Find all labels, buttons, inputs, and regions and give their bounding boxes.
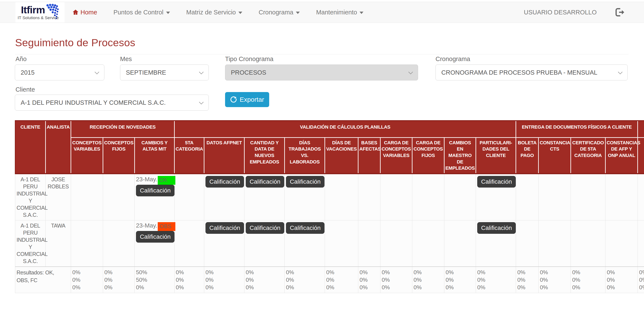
result-percent: 0% bbox=[540, 276, 569, 284]
col-header-cambios-y-altas-mit: CAMBIOS Y ALTAS MIT bbox=[135, 137, 174, 174]
cell-boleta-de-pago bbox=[516, 220, 538, 267]
cell-conceptos-variables bbox=[71, 174, 103, 220]
cell-bases-afectas bbox=[358, 174, 380, 220]
calificacion-button[interactable]: Calificación bbox=[136, 185, 174, 196]
result-percent: 0% bbox=[206, 269, 243, 276]
cell-dias-de-vacaciones bbox=[325, 174, 358, 220]
cell-dias-trabajados-vs-laborados: Calificación bbox=[285, 174, 325, 220]
logout-icon[interactable] bbox=[615, 7, 624, 17]
calificacion-button[interactable]: Calificación bbox=[136, 231, 174, 243]
result-percent: 0% bbox=[136, 284, 173, 291]
result-percent: 0% bbox=[572, 284, 604, 291]
result-percent: 0% bbox=[104, 269, 133, 276]
results-cambios-en-maestro-de-empleados: 0%0%0% bbox=[444, 267, 476, 293]
calificacion-button[interactable]: Calificación bbox=[246, 222, 284, 234]
cell-constancias-de-afp-y-onp-anual bbox=[606, 174, 638, 220]
result-percent: 0% bbox=[607, 269, 636, 276]
cell-certificado-de-5ta-categoria bbox=[571, 174, 606, 220]
page-title: Seguimiento de Procesos bbox=[15, 36, 135, 49]
result-percent: 0% bbox=[326, 284, 357, 291]
results-carga-de-conceptos-fijos: 0%0%0% bbox=[412, 267, 444, 293]
cell-cambios-en-maestro-de-empleados bbox=[444, 174, 476, 220]
cell-carga-de-conceptos-variables bbox=[380, 174, 412, 220]
result-percent: 0% bbox=[382, 284, 411, 291]
cell-cambios-y-altas-mit: 23-May.OKCalificación bbox=[135, 174, 174, 220]
calificacion-button[interactable]: Calificación bbox=[246, 176, 284, 188]
chevron-down-icon bbox=[618, 70, 622, 74]
calificacion-button[interactable]: Calificación bbox=[206, 222, 244, 234]
nav-user-label[interactable]: USUARIO DESARROLLO bbox=[524, 9, 597, 16]
cell-analista: JOSE ROBLES bbox=[46, 174, 71, 220]
result-percent: 0% bbox=[477, 284, 514, 291]
cell-dias-de-vacaciones bbox=[325, 220, 358, 267]
nav-item-mantenimiento[interactable]: Mantenimiento bbox=[316, 9, 364, 16]
nav-item-puntos-de-control[interactable]: Puntos de Control bbox=[114, 9, 170, 16]
tipo-cronograma-select[interactable]: PROCESOS bbox=[225, 64, 418, 80]
ano-value: 2015 bbox=[21, 69, 35, 76]
result-percent: 0% bbox=[246, 269, 283, 276]
title-divider bbox=[15, 54, 628, 54]
calificacion-button[interactable]: Calificación bbox=[477, 222, 516, 234]
cell-cliente: A-1 DEL PERU INDUSTRIAL Y COMERCIAL S.A.… bbox=[15, 174, 46, 220]
result-percent: 0% bbox=[206, 284, 243, 291]
col-header-certificado-de-5ta-categoria: CERTIFICADO DE 5TA CATEGORIA bbox=[571, 137, 606, 174]
export-button[interactable]: Exportar bbox=[225, 92, 269, 107]
calificacion-button[interactable]: Calificación bbox=[286, 176, 324, 188]
group-header-entrega-de-documentos-fisicos-a-cliente: ENTREGA DE DOCUMENTOS FÍSICOS A CLIENTE bbox=[516, 121, 638, 137]
nav-item-cronograma[interactable]: Cronograma bbox=[259, 9, 300, 16]
cronograma-select[interactable]: CRONOGRAMA DE PROCESOS PRUEBA - MENSUAL bbox=[436, 64, 628, 80]
mes-select[interactable]: SEPTIEMBRE bbox=[120, 64, 209, 80]
result-percent: 0% bbox=[360, 276, 379, 284]
col-header-carga-de-conceptos-fijos: CARGA DE CONCEPTOS FIJOS bbox=[412, 137, 444, 174]
result-percent: 0% bbox=[414, 284, 443, 291]
ano-select[interactable]: 2015 bbox=[15, 64, 104, 80]
cell-cambios-en-maestro-de-empleados bbox=[444, 220, 476, 267]
results-certificado-de-5ta-categoria: 0%0%0% bbox=[571, 267, 606, 293]
cell-cantidad-y-data-de-nuevos-empleados: Calificación bbox=[244, 220, 285, 267]
result-percent: 0% bbox=[286, 276, 324, 284]
results-dias-trabajados-vs-laborados: 0%0%0% bbox=[285, 267, 325, 293]
cronograma-value: CRONOGRAMA DE PROCESOS PRUEBA - MENSUAL bbox=[441, 69, 597, 76]
result-percent: 0% bbox=[360, 269, 379, 276]
result-percent: 0% bbox=[176, 284, 203, 291]
result-percent: 0% bbox=[72, 276, 102, 284]
calificacion-button[interactable]: Calificación bbox=[206, 176, 244, 188]
col-header-5ta-categoria: 5TA CATEGORIA bbox=[174, 137, 204, 174]
calificacion-button[interactable]: Calificación bbox=[286, 222, 324, 234]
cell-particulari-dades-del-cliente: Calificación bbox=[476, 174, 516, 220]
cell-blank bbox=[638, 220, 644, 267]
results-carga-de-conceptos-variables: 0%0%0% bbox=[380, 267, 412, 293]
nav-item-matriz-de-servicio[interactable]: Matriz de Servicio bbox=[186, 9, 242, 16]
cell-cliente: A-1 DEL PERU INDUSTRIAL Y COMERCIAL S.A.… bbox=[15, 220, 46, 267]
calificacion-button[interactable]: Calificación bbox=[477, 176, 516, 188]
cliente-select[interactable]: A-1 DEL PERU INDUSTRIAL Y COMERCIAL S.A.… bbox=[15, 95, 209, 111]
status-badge: OBS bbox=[158, 222, 175, 231]
results-constancia-cts: 0%0%0% bbox=[538, 267, 571, 293]
cell-conceptos-fijos bbox=[103, 174, 135, 220]
results-bases-afectas: 0%0%0% bbox=[358, 267, 380, 293]
results-row: Resultados: OK, OBS, FC0%0%0%0%0%0%50%50… bbox=[15, 267, 644, 293]
result-percent: 0% bbox=[286, 284, 324, 291]
nav-item-home[interactable]: Home bbox=[72, 9, 97, 16]
col-header-constancias-de-afp-y-onp-anual: CONSTANCIAS DE AFP Y ONP ANUAL bbox=[606, 137, 638, 174]
result-percent: 0% bbox=[639, 276, 644, 284]
cell-conceptos-variables bbox=[71, 220, 103, 267]
group-header-validacion-de-calculos-planillas: VALIDACIÓN DE CÁLCULOS PLANILLAS bbox=[174, 121, 516, 137]
chevron-down-icon bbox=[199, 70, 204, 74]
result-percent: 0% bbox=[414, 269, 443, 276]
result-percent: 0% bbox=[446, 276, 474, 284]
cell-bases-afectas bbox=[358, 220, 380, 267]
mes-value: SEPTIEMBRE bbox=[126, 69, 166, 76]
col-header-analista: ANALISTA bbox=[46, 121, 71, 174]
brand-name: Itfirm bbox=[21, 5, 45, 15]
nav-menu: HomePuntos de ControlMatriz de ServicioC… bbox=[72, 2, 364, 22]
col-header-particulari-dades-del-cliente: PARTICULARI-DADES DEL CLIENTE bbox=[476, 137, 516, 174]
cell-constancias-de-afp-y-onp-anual bbox=[606, 220, 638, 267]
cell-cambios-y-altas-mit: 23-May.OBSCalificación bbox=[135, 220, 174, 267]
date-text: 23-May. bbox=[136, 222, 157, 229]
nav-right: USUARIO DESARROLLO bbox=[524, 2, 624, 22]
result-percent: 0% bbox=[477, 269, 514, 276]
result-percent: 0% bbox=[246, 284, 283, 291]
cell-datos-afpnet: Calificación bbox=[204, 174, 244, 220]
brand-logo[interactable]: Itfirm IT Solutions & Service bbox=[16, 2, 64, 22]
